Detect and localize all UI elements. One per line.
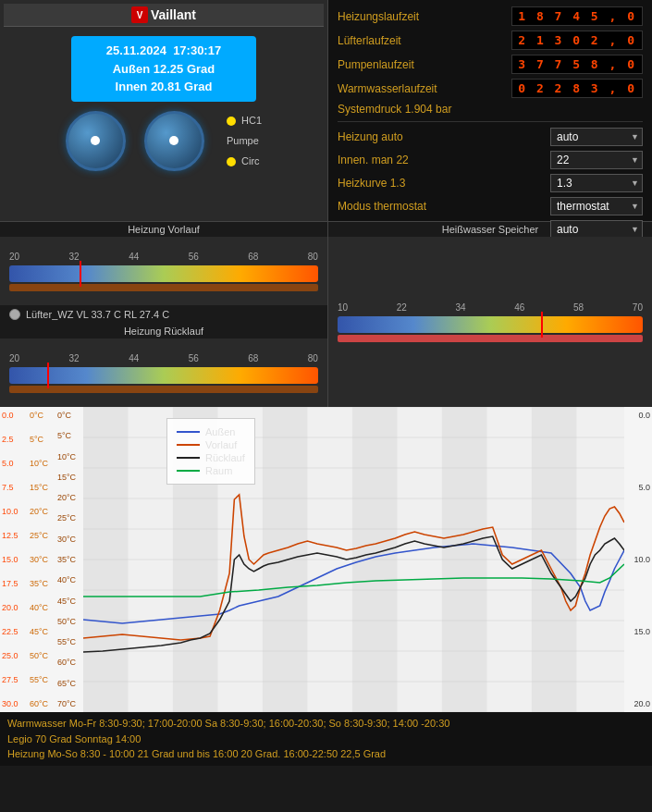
- pumpenlaufzeit-row: Pumpenlaufzeit 3 7 7 5 8 , 0: [338, 54, 643, 75]
- legend-aussen-line: [177, 431, 200, 433]
- innen-man-row: Innen. man 22 22 20 21 23: [338, 150, 643, 170]
- vorlauf-needle: [80, 261, 81, 287]
- warmwasser-auto-select[interactable]: auto on off: [550, 220, 643, 239]
- vorlauf-bar: 203244566880: [0, 237, 327, 305]
- svg-text:V: V: [137, 10, 143, 20]
- heizkurve-select-wrapper[interactable]: 1.3 1.0 1.5: [550, 174, 643, 192]
- heizung-auto-select[interactable]: auto on off: [550, 128, 643, 146]
- heizung-auto-row: Heizung auto auto on off: [338, 127, 643, 147]
- lufterlaufzeit-row: Lüfterlaufzeit 2 1 3 0 2 , 0: [338, 30, 643, 51]
- rucklauf-bar: 203244566880: [0, 338, 327, 407]
- bottom-line2: Legio 70 Grad Sonntag 14:00: [7, 732, 645, 747]
- rucklauf-status-bar: [9, 386, 318, 393]
- vorlauf-gauge: Heizung Vorlauf 203244566880: [0, 222, 327, 305]
- brand-name: Vaillant: [151, 7, 196, 22]
- left-panel: V Vaillant 25.11.2024 17:30:17 Außen 12.…: [0, 0, 328, 221]
- rucklauf-scale: 203244566880: [9, 353, 318, 363]
- lufeter-text: Lüfter_WZ VL 33.7 C RL 27.4 C: [26, 309, 169, 320]
- legend-raum-label: Raum: [205, 465, 232, 476]
- rucklauf-gauge: Heizung Rücklauf 203244566880: [0, 324, 327, 407]
- legend-vorlauf-line: [177, 444, 200, 446]
- heizung-auto-label: Heizung auto: [338, 130, 550, 143]
- innen-man-select-wrapper[interactable]: 22 20 21 23: [550, 151, 643, 169]
- legend-vorlauf: Vorlauf: [177, 439, 245, 450]
- chart-yaxis-right: 20.015.010.05.00.0: [624, 407, 652, 712]
- indicator-pumpe: Pumpe: [227, 135, 262, 146]
- status-innen: Innen 20.81 Grad: [80, 78, 247, 96]
- chart-svg: [83, 407, 624, 712]
- legend-vorlauf-label: Vorlauf: [205, 439, 237, 450]
- modus-select[interactable]: thermostat manual auto: [550, 197, 643, 215]
- chart-yaxis-left2: 60°C55°C50°C45°C40°C 35°C30°C25°C20°C15°…: [28, 407, 55, 712]
- chart-section: 30.027.525.022.520.0 17.515.012.510.07.5…: [0, 407, 652, 712]
- chart-yaxis-left3: 70°C65°C60°C55°C50°C 45°C40°C35°C30°C25°…: [55, 407, 83, 712]
- heizkurve-row: Heizkurve 1.3 1.3 1.0 1.5: [338, 173, 643, 193]
- systemdruck-row: Systemdruck 1.904 bar: [338, 102, 643, 117]
- bottom-info: Warmwasser Mo-Fr 8:30-9:30; 17:00-20:00 …: [0, 712, 652, 766]
- legend-raum: Raum: [177, 465, 245, 476]
- bottom-line3: Heizung Mo-So 8:30 - 10:00 21 Grad und b…: [7, 746, 645, 762]
- heisswasser-needle: [541, 312, 543, 338]
- status-aussen: Außen 12.25 Grad: [80, 60, 247, 79]
- vaillant-logo: V Vaillant: [131, 6, 196, 23]
- warmwasserlaufzeit-value: 0 2 2 8 3 , 0: [511, 79, 643, 98]
- systemdruck-label: Systemdruck 1.904 bar: [338, 103, 643, 116]
- status-date-time: 25.11.2024 17:30:17: [80, 42, 247, 60]
- heisswasser-scale: 102234465870: [338, 302, 643, 313]
- heizung-auto-select-wrapper[interactable]: auto on off: [550, 128, 643, 146]
- gauge-section: Heizung Vorlauf 203244566880 Lüfter_WZ V…: [0, 222, 652, 407]
- indicator-circ: Circ: [227, 155, 262, 166]
- heizungslaufzeit-value: 1 8 7 4 5 , 0: [511, 6, 643, 26]
- vorlauf-scale: 203244566880: [9, 252, 318, 262]
- circ-dot: [227, 157, 236, 166]
- warmwasserlaufzeit-label: Warmwasserlaufzeit: [338, 82, 511, 95]
- legend-aussen: Außen: [177, 426, 245, 437]
- vorlauf-status-bar: [9, 284, 318, 291]
- hc1-dot: [227, 117, 236, 126]
- chart-yaxis-left1: 30.027.525.022.520.0 17.515.012.510.07.5…: [0, 407, 28, 712]
- gauge-left: Heizung Vorlauf 203244566880 Lüfter_WZ V…: [0, 222, 328, 407]
- vorlauf-track: [9, 265, 318, 282]
- lufeter-row: Lüfter_WZ VL 33.7 C RL 27.4 C: [0, 305, 327, 324]
- lufeter-indicator: [9, 309, 20, 320]
- heisswasser-container: Heißwasser Speicher 102234465870: [328, 222, 652, 407]
- rucklauf-needle: [47, 363, 49, 388]
- heizungslaufzeit-label: Heizungslaufzeit: [338, 10, 511, 23]
- warmwasser-auto-select-wrapper[interactable]: auto on off: [550, 220, 643, 239]
- rucklauf-title: Heizung Rücklauf: [0, 324, 327, 338]
- legend-raum-line: [177, 470, 200, 472]
- heizkurve-label: Heizkurve 1.3: [338, 177, 550, 190]
- heisswasser-status-bar: [338, 335, 643, 342]
- modus-select-wrapper[interactable]: thermostat manual auto: [550, 197, 643, 215]
- heizungslaufzeit-row: Heizungslaufzeit 1 8 7 4 5 , 0: [338, 6, 643, 27]
- status-box: 25.11.2024 17:30:17 Außen 12.25 Grad Inn…: [71, 36, 256, 102]
- pumpenlaufzeit-value: 3 7 7 5 8 , 0: [511, 55, 643, 74]
- legend-aussen-label: Außen: [205, 426, 235, 437]
- vaillant-icon: V: [131, 6, 148, 23]
- heisswasser-bar: 102234465870: [328, 237, 652, 407]
- lufterlaufzeit-label: Lüfterlaufzeit: [338, 34, 511, 47]
- vorlauf-title: Heizung Vorlauf: [0, 222, 327, 237]
- bottom-line1: Warmwasser Mo-Fr 8:30-9:30; 17:00-20:00 …: [7, 716, 645, 732]
- heisswasser-track: [338, 316, 643, 333]
- legend-rucklauf-label: Rücklauf: [205, 452, 245, 463]
- modus-label: Modus thermostat: [338, 200, 550, 213]
- chart-svg-area: Außen Vorlauf Rücklauf Raum: [83, 407, 624, 712]
- warmwasserlaufzeit-row: Warmwasserlaufzeit 0 2 2 8 3 , 0: [338, 78, 643, 99]
- modus-row: Modus thermostat thermostat manual auto: [338, 196, 643, 216]
- right-panel: Heizungslaufzeit 1 8 7 4 5 , 0 Lüfterlau…: [328, 0, 652, 221]
- legend-rucklauf: Rücklauf: [177, 452, 245, 463]
- chart-legend: Außen Vorlauf Rücklauf Raum: [166, 418, 255, 485]
- heizkurve-select[interactable]: 1.3 1.0 1.5: [550, 174, 643, 192]
- dial-right: [144, 111, 204, 171]
- rucklauf-track: [9, 367, 318, 384]
- heisswasser-gauge: Heißwasser Speicher 102234465870: [328, 222, 652, 407]
- vaillant-header: V Vaillant: [4, 4, 324, 27]
- innen-man-select[interactable]: 22 20 21 23: [550, 151, 643, 169]
- lufterlaufzeit-value: 2 1 3 0 2 , 0: [511, 31, 643, 50]
- indicator-hc1: HC1: [227, 115, 262, 126]
- dial-left: [66, 111, 126, 171]
- innen-man-label: Innen. man 22: [338, 154, 550, 166]
- legend-rucklauf-line: [177, 457, 200, 459]
- pumpenlaufzeit-label: Pumpenlaufzeit: [338, 58, 511, 71]
